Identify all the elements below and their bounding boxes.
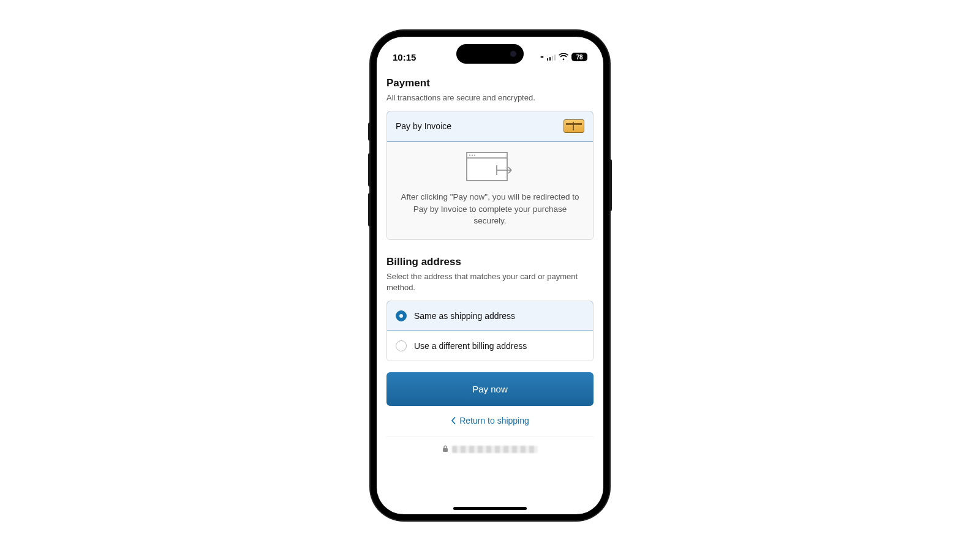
phone-volume-down bbox=[368, 193, 371, 227]
battery-level: 78 bbox=[576, 54, 583, 61]
payment-title: Payment bbox=[386, 77, 594, 89]
front-camera-icon bbox=[510, 51, 516, 57]
payment-method-card: Pay by Invoice After clicking bbox=[386, 111, 594, 240]
billing-address-options: Same as shipping address Use a different… bbox=[386, 301, 594, 361]
wifi-icon bbox=[559, 53, 568, 61]
radio-selected-icon bbox=[396, 310, 407, 321]
billing-option-same[interactable]: Same as shipping address bbox=[386, 301, 594, 331]
billing-title: Billing address bbox=[386, 256, 594, 268]
obscured-url bbox=[452, 446, 538, 453]
payment-method-body: After clicking "Pay now", you will be re… bbox=[387, 141, 593, 239]
billing-option-same-label: Same as shipping address bbox=[414, 311, 515, 321]
redirect-description: After clicking "Pay now", you will be re… bbox=[398, 191, 582, 227]
svg-point-4 bbox=[474, 155, 475, 156]
chevron-left-icon bbox=[451, 417, 456, 424]
credit-card-icon bbox=[564, 119, 584, 133]
cellular-signal-icon bbox=[547, 54, 556, 61]
svg-rect-0 bbox=[467, 152, 507, 181]
return-link-label: Return to shipping bbox=[459, 416, 529, 425]
lock-icon bbox=[442, 444, 448, 455]
dual-sim-icon: ▪▪ bbox=[540, 54, 543, 60]
return-to-shipping-link[interactable]: Return to shipping bbox=[386, 406, 594, 432]
checkout-content[interactable]: Payment All transactions are secure and … bbox=[377, 69, 603, 514]
status-time: 10:15 bbox=[393, 52, 416, 62]
radio-unselected-icon bbox=[396, 340, 407, 351]
phone-mute-switch bbox=[368, 122, 371, 141]
svg-point-3 bbox=[472, 155, 473, 156]
redirect-window-icon bbox=[398, 152, 582, 182]
phone-frame: 10:15 ▪▪ 78 Payment All trans bbox=[371, 31, 609, 520]
phone-screen: 10:15 ▪▪ 78 Payment All trans bbox=[377, 37, 603, 514]
status-right: ▪▪ 78 bbox=[540, 53, 587, 61]
phone-volume-up bbox=[368, 153, 371, 187]
svg-point-2 bbox=[469, 155, 470, 156]
phone-power-button bbox=[609, 159, 612, 211]
home-indicator[interactable] bbox=[453, 507, 527, 510]
svg-rect-5 bbox=[443, 448, 448, 452]
billing-option-different[interactable]: Use a different billing address bbox=[387, 331, 593, 361]
payment-method-label: Pay by Invoice bbox=[396, 121, 451, 131]
billing-option-different-label: Use a different billing address bbox=[414, 341, 527, 351]
payment-method-header[interactable]: Pay by Invoice bbox=[386, 111, 594, 141]
stage: 10:15 ▪▪ 78 Payment All trans bbox=[0, 0, 980, 551]
billing-subtitle: Select the address that matches your car… bbox=[386, 271, 594, 293]
payment-subtitle: All transactions are secure and encrypte… bbox=[386, 92, 594, 103]
pay-now-button[interactable]: Pay now bbox=[386, 372, 594, 406]
dynamic-island bbox=[456, 44, 524, 64]
battery-indicator: 78 bbox=[571, 53, 587, 61]
browser-address-bar[interactable] bbox=[386, 437, 594, 461]
